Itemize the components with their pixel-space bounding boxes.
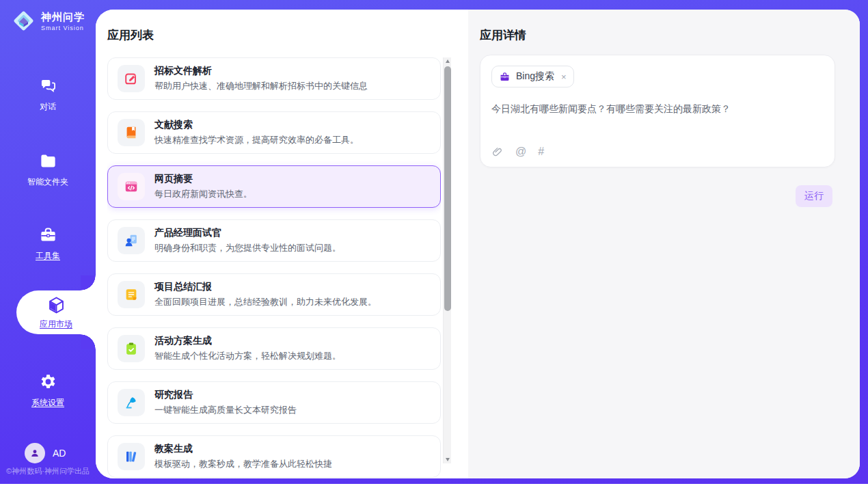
book-icon [118,119,145,146]
sidebar-item-app-market[interactable]: 应用市场 [16,290,96,334]
app-card[interactable]: 研究报告 一键智能生成高质量长文本研究报告 [107,381,441,424]
edit-square-icon [118,65,145,92]
ink-pen-icon [118,389,145,416]
app-card-list: 招标文件解析 帮助用户快速、准确地理解和解析招标书中的关键信息 文献搜索 快速精… [107,57,441,478]
app-list-title: 应用列表 [107,27,154,43]
brand-logo: 神州问学 Smart Vision [11,8,85,33]
user-account[interactable]: AD [25,443,66,463]
sidebar-item-label: 应用市场 [16,318,96,330]
sidebar-item-label: 工具集 [0,250,96,262]
main-content: 应用列表 招标文件解析 帮助用户快速、准确地理解和解析招标书中的关键信息 文献搜… [96,10,860,478]
memo-icon [118,281,145,308]
app-card[interactable]: 网页摘要 每日政府新闻资讯快查。 [107,165,441,208]
scroll-up-icon[interactable] [444,57,452,66]
tool-tag-label: Bing搜索 [516,70,554,83]
app-card-desc: 一键智能生成高质量长文本研究报告 [154,404,297,416]
scrollbar[interactable] [443,57,451,463]
prompt-toolbar: @ # [491,146,824,158]
at-icon[interactable]: @ [515,146,526,157]
app-card-title: 招标文件解析 [154,65,368,77]
app-card[interactable]: 教案生成 模板驱动，教案秒成，教学准备从此轻松快捷 [107,435,441,478]
app-detail-pane: 应用详情 Bing搜索 × 今日湖北有哪些新闻要点？有哪些需要关注的最新政策？ [468,10,860,478]
paperclip-icon[interactable] [491,146,504,158]
app-card[interactable]: 招标文件解析 帮助用户快速、准确地理解和解析招标书中的关键信息 [107,57,441,100]
app-card-title: 文献搜索 [154,119,359,131]
brand-subtitle: Smart Vision [41,25,85,31]
sidebar-item-smart-folder[interactable]: 智能文件夹 [0,152,96,188]
user-initials: AD [53,448,66,459]
person-icon [29,447,41,459]
app-card-desc: 明确身份和职责，为您提供专业性的面试问题。 [154,242,341,254]
briefcase-icon [499,71,511,83]
app-card-desc: 每日政府新闻资讯快查。 [154,188,252,200]
scrollbar-thumb[interactable] [444,66,451,311]
avatar [25,443,45,463]
app-card[interactable]: 产品经理面试官 明确身份和职责，为您提供专业性的面试问题。 [107,219,441,262]
diamond-logo-icon [11,8,36,33]
app-card-title: 项目总结汇报 [154,281,377,293]
app-card[interactable]: 文献搜索 快速精准查找学术资源，提高研究效率的必备工具。 [107,111,441,154]
chat-icon [39,77,57,95]
sidebar-item-settings[interactable]: 系统设置 [0,372,96,409]
app-card[interactable]: 活动方案生成 智能生成个性化活动方案，轻松解决规划难题。 [107,327,441,370]
gear-icon [39,372,57,391]
app-card-desc: 模板驱动，教案秒成，教学准备从此轻松快捷 [154,458,332,470]
app-card-title: 产品经理面试官 [154,227,341,239]
run-button[interactable]: 运行 [796,185,832,207]
browser-code-icon [118,173,145,200]
app-card-title: 研究报告 [154,389,297,401]
close-icon[interactable]: × [561,72,567,82]
books-icon [118,443,145,470]
copyright-footer: ©神州数码·神州问学出品 [0,466,96,476]
prompt-text[interactable]: 今日湖北有哪些新闻要点？有哪些需要关注的最新政策？ [491,102,824,116]
app-card[interactable]: 项目总结汇报 全面回顾项目进展，总结经验教训，助力未来优化发展。 [107,273,441,316]
prompt-card: Bing搜索 × 今日湖北有哪些新闻要点？有哪些需要关注的最新政策？ @ # [480,55,835,167]
app-card-desc: 快速精准查找学术资源，提高研究效率的必备工具。 [154,134,359,146]
app-list-pane: 应用列表 招标文件解析 帮助用户快速、准确地理解和解析招标书中的关键信息 文献搜… [96,10,468,478]
brand-name: 神州问学 [41,11,85,23]
cube-icon [46,295,66,315]
app-detail-title: 应用详情 [480,27,526,43]
app-card-title: 网页摘要 [154,173,252,185]
scroll-down-icon[interactable] [444,455,452,463]
app-card-desc: 智能生成个性化活动方案，轻松解决规划难题。 [154,350,341,362]
clipboard-check-icon [118,335,145,362]
sidebar-item-toolset[interactable]: 工具集 [0,226,96,262]
app-card-desc: 帮助用户快速、准确地理解和解析招标书中的关键信息 [154,80,368,92]
sidebar-item-label: 系统设置 [0,397,96,409]
app-card-title: 教案生成 [154,443,332,455]
sidebar-item-chat[interactable]: 对话 [0,77,96,113]
interview-icon [118,227,145,254]
app-card-desc: 全面回顾项目进展，总结经验教训，助力未来优化发展。 [154,296,377,308]
toolbox-icon [39,226,57,244]
sidebar-item-label: 智能文件夹 [0,176,96,188]
tool-tag-bing-search[interactable]: Bing搜索 × [491,66,574,87]
sidebar: 神州问学 Smart Vision 对话 智能文件夹 [0,0,96,484]
hash-icon[interactable]: # [538,146,544,157]
sidebar-item-label: 对话 [0,101,96,113]
app-card-title: 活动方案生成 [154,335,341,347]
folder-icon [39,152,57,170]
